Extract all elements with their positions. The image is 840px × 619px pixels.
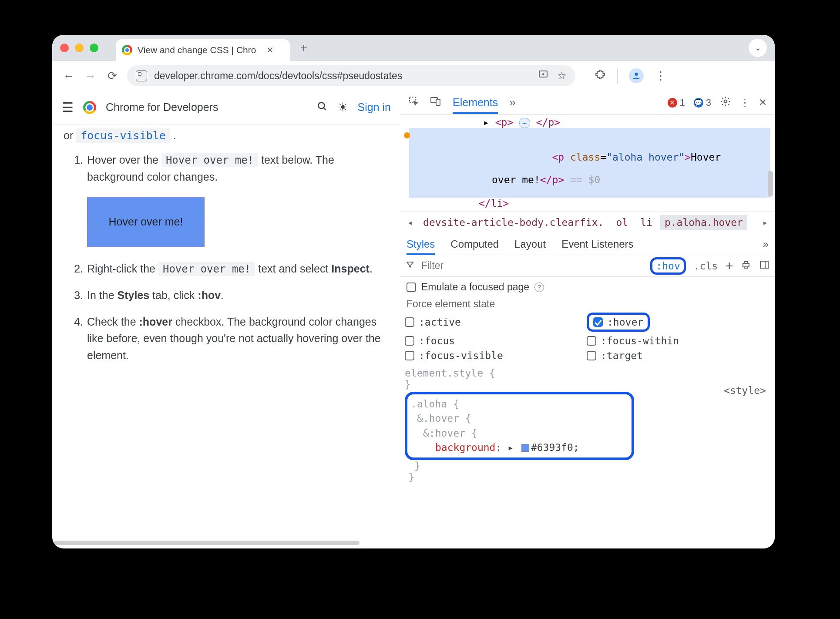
svg-rect-6 — [436, 99, 440, 105]
issue-count[interactable]: 💬3 — [694, 97, 711, 108]
emulate-focus-label: Emulate a focused page — [421, 281, 529, 293]
devtools-toolbar: Elements » ✕1 💬3 ⋮ ✕ — [400, 91, 775, 115]
subtab-events[interactable]: Event Listeners — [561, 238, 633, 250]
new-rule-plus-icon[interactable]: + — [726, 259, 733, 273]
hamburger-icon[interactable]: ☰ — [62, 100, 74, 115]
crumb-left-icon[interactable]: ◂ — [405, 217, 415, 228]
css-value[interactable]: #6393f0 — [531, 442, 573, 453]
css-rules: element.style { } <style> .aloha { &.hov… — [400, 365, 775, 483]
theme-toggle-icon[interactable]: ☀ — [337, 100, 348, 114]
code-hover-1: Hover over me! — [161, 153, 258, 167]
css-prop[interactable]: background — [435, 442, 495, 453]
selection-dot-icon — [404, 132, 410, 138]
state-focus-within[interactable]: :focus-within — [587, 335, 769, 347]
ellipsis-icon[interactable]: ⋯ — [519, 118, 530, 128]
state-active[interactable]: :active — [405, 313, 587, 332]
crumb-4[interactable]: p.aloha.hover — [660, 215, 747, 230]
code-focus-visible: focus-visible — [76, 128, 170, 143]
step-3: In the Styles tab, click :hov. — [86, 287, 387, 304]
devtools-scrollbar[interactable] — [767, 116, 773, 545]
back-button[interactable]: ← — [62, 69, 76, 83]
separator — [617, 68, 618, 83]
forward-button[interactable]: → — [84, 69, 97, 83]
dom-tree[interactable]: ▸ <p> ⋯ </p> <p class="aloha hover">Hove… — [400, 115, 775, 212]
window-controls — [60, 44, 98, 52]
tab-title: View and change CSS | Chro — [138, 45, 256, 55]
emulate-focus-checkbox[interactable] — [407, 283, 416, 292]
subtab-styles[interactable]: Styles — [407, 238, 435, 255]
traffic-zoom[interactable] — [90, 44, 98, 52]
rule-source[interactable]: <style> — [724, 385, 766, 396]
crumb-1[interactable]: devsite-article-body.clearfix. — [419, 215, 608, 230]
force-state-header: Force element state — [400, 296, 775, 312]
url-text: developer.chrome.com/docs/devtools/css#p… — [154, 70, 402, 82]
styles-filter-row: :hov .cls + — [400, 255, 775, 277]
aloha-rule-box: .aloha { &.hover { &:hover { background:… — [405, 392, 634, 460]
crumb-3[interactable]: li — [636, 215, 657, 230]
window-dropdown-button[interactable]: ⌄ — [749, 39, 767, 57]
help-icon[interactable]: ? — [534, 283, 544, 292]
hov-toggle[interactable]: :hov — [650, 257, 685, 275]
emulate-focused-row: Emulate a focused page ? — [400, 277, 775, 296]
article-body: or focus-visible . Hover over the Hover … — [52, 124, 400, 364]
svg-point-1 — [635, 73, 638, 76]
more-tabs-icon[interactable]: » — [509, 96, 515, 109]
svg-line-3 — [323, 108, 326, 110]
step-1: Hover over the Hover over me! text below… — [86, 151, 387, 247]
tab-strip: View and change CSS | Chro ✕ + ⌄ — [52, 35, 775, 61]
styles-subtabs: Styles Computed Layout Event Listeners » — [400, 233, 775, 255]
crumb-2[interactable]: ol — [612, 215, 632, 230]
element-style-close: } — [405, 379, 769, 390]
sign-in-link[interactable]: Sign in — [358, 101, 391, 114]
devtools-panel: Elements » ✕1 💬3 ⋮ ✕ ▸ <p> ⋯ </p> <p cla… — [400, 91, 775, 548]
browser-tab[interactable]: View and change CSS | Chro ✕ — [116, 39, 290, 61]
hover-demo-box[interactable]: Hover over me! — [87, 197, 205, 247]
devtools-menu-icon[interactable]: ⋮ — [740, 97, 750, 108]
color-swatch[interactable] — [521, 444, 529, 452]
device-toolbar-icon[interactable] — [430, 96, 441, 109]
filter-input[interactable] — [420, 259, 644, 272]
step-4: Check the :hover checkbox. The backgroun… — [86, 313, 387, 364]
bookmark-star-icon[interactable]: ☆ — [557, 70, 567, 82]
print-media-icon[interactable] — [741, 259, 751, 272]
step-2: Right-click the Hover over me! text and … — [86, 260, 387, 277]
tab-close-icon[interactable]: ✕ — [266, 45, 274, 55]
install-app-icon[interactable] — [538, 69, 548, 82]
devtools-close-icon[interactable]: ✕ — [759, 97, 767, 108]
svg-point-2 — [318, 102, 324, 108]
search-icon[interactable] — [316, 101, 328, 114]
state-focus[interactable]: :focus — [405, 335, 587, 347]
code-hover-2: Hover over me! — [158, 262, 255, 276]
settings-gear-icon[interactable] — [720, 96, 731, 110]
element-style-open[interactable]: element.style { — [405, 367, 769, 379]
traffic-minimize[interactable] — [75, 44, 84, 52]
site-header: ☰ Chrome for Developers ☀ Sign in — [52, 91, 400, 124]
address-bar[interactable]: developer.chrome.com/docs/devtools/css#p… — [127, 65, 575, 86]
reload-button[interactable]: ⟳ — [105, 69, 119, 83]
error-count[interactable]: ✕1 — [668, 97, 685, 108]
horizontal-scrollbar[interactable] — [52, 539, 396, 547]
inspect-element-icon[interactable] — [408, 96, 419, 109]
subtab-layout[interactable]: Layout — [514, 238, 546, 250]
page-viewport: ☰ Chrome for Developers ☀ Sign in or foc… — [52, 91, 400, 548]
svg-rect-8 — [743, 263, 749, 267]
traffic-close[interactable] — [60, 44, 69, 52]
tab-elements[interactable]: Elements — [453, 96, 498, 114]
menu-dots-icon[interactable]: ⋮ — [655, 69, 666, 83]
subtab-computed[interactable]: Computed — [450, 238, 499, 250]
intro-period: . — [170, 129, 176, 141]
state-target[interactable]: :target — [587, 350, 769, 361]
filter-funnel-icon — [406, 260, 414, 272]
force-state-grid: :active :hover :focus :focus-within :foc… — [400, 312, 775, 365]
site-info-icon[interactable] — [136, 70, 147, 81]
cls-toggle[interactable]: .cls — [694, 260, 718, 272]
state-hover[interactable]: :hover — [593, 316, 643, 328]
logo-chrome-icon — [83, 101, 96, 114]
favicon-chrome-icon — [122, 45, 132, 55]
extensions-icon[interactable] — [595, 69, 606, 83]
profile-avatar[interactable] — [629, 68, 644, 83]
selected-node[interactable]: <p class="aloha hover">Hover over me!</p… — [409, 128, 770, 198]
state-focus-visible[interactable]: :focus-visible — [405, 350, 587, 361]
toolbar: ← → ⟳ developer.chrome.com/docs/devtools… — [52, 61, 775, 91]
new-tab-button[interactable]: + — [296, 41, 312, 55]
